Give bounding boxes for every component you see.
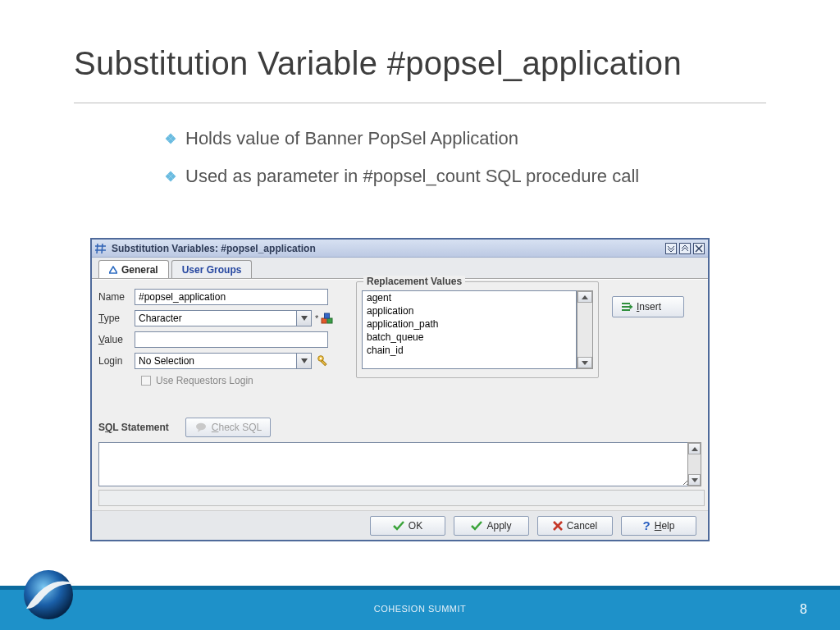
svg-rect-18	[325, 313, 330, 318]
logo-icon	[18, 564, 79, 625]
bullet-text: Used as parameter in #popsel_count SQL p…	[185, 166, 639, 187]
svg-rect-22	[321, 360, 326, 366]
login-label: Login	[92, 355, 135, 367]
replacement-values-list[interactable]: agent application application_path batch…	[362, 290, 577, 369]
tab-user-groups[interactable]: User Groups	[171, 260, 253, 278]
apply-label: Apply	[486, 520, 511, 532]
use-requestors-login-checkbox[interactable]: Use Requestors Login	[141, 375, 346, 386]
value-field[interactable]	[135, 331, 328, 348]
svg-marker-14	[109, 267, 117, 273]
chevron-down-icon[interactable]	[296, 311, 311, 326]
substitution-variables-dialog: Substitution Variables: #popsel_applicat…	[90, 238, 710, 541]
svg-rect-16	[322, 318, 326, 323]
close-icon[interactable]	[693, 243, 705, 254]
svg-rect-25	[622, 303, 630, 304]
replacement-values-group: Replacement Values agent application app…	[356, 281, 599, 378]
svg-marker-15	[301, 316, 308, 321]
check-sql-button[interactable]: Check SQL	[185, 418, 271, 437]
scrollbar[interactable]	[687, 442, 701, 486]
type-combo-value: Character	[135, 313, 296, 324]
svg-rect-27	[622, 309, 630, 311]
restore-small-icon[interactable]	[665, 243, 677, 254]
check-icon	[393, 521, 404, 531]
type-combo[interactable]: Character	[135, 310, 312, 326]
svg-point-36	[24, 570, 73, 619]
list-item: Holds value of Banner PopSel Application	[164, 128, 840, 149]
help-button[interactable]: ? Help	[621, 516, 696, 536]
use-requestors-login-label: Use Requestors Login	[156, 375, 253, 386]
general-panel: Name Type Character *	[92, 279, 708, 510]
speech-bubble-icon	[194, 421, 208, 434]
svg-rect-29	[630, 305, 632, 309]
insert-button[interactable]: Insert	[612, 296, 684, 317]
required-star: *	[315, 313, 318, 323]
check-sql-label: Check SQL	[212, 422, 262, 433]
checkbox-icon	[141, 376, 151, 386]
svg-marker-19	[301, 358, 308, 363]
chevron-down-icon[interactable]	[296, 354, 311, 368]
hash-icon	[95, 243, 107, 254]
name-label: Name	[92, 291, 135, 303]
triangle-icon	[109, 266, 117, 274]
svg-marker-24	[582, 361, 588, 365]
ok-label: OK	[409, 520, 422, 532]
svg-marker-32	[692, 447, 698, 451]
login-combo-value: No Selection	[135, 355, 296, 367]
tab-general[interactable]: General	[98, 260, 169, 278]
scroll-up-icon[interactable]	[688, 443, 701, 454]
scrollbar[interactable]	[577, 290, 593, 369]
svg-point-30	[196, 423, 206, 430]
svg-line-9	[102, 244, 103, 253]
scroll-down-icon[interactable]	[688, 474, 701, 486]
check-icon	[471, 521, 482, 531]
question-icon: ?	[643, 518, 651, 532]
diamond-icon	[164, 170, 177, 183]
insert-button-label: Insert	[637, 301, 661, 313]
svg-marker-23	[582, 295, 588, 299]
type-label: Type	[92, 313, 135, 324]
title-divider	[74, 103, 766, 103]
scroll-up-icon[interactable]	[578, 291, 592, 303]
tab-user-groups-label: User Groups	[182, 264, 242, 276]
sql-statement-label: SQL Statement	[98, 422, 169, 433]
replacement-values-label: Replacement Values	[363, 276, 465, 287]
list-item[interactable]: application	[363, 304, 576, 317]
cancel-label: Cancel	[567, 520, 597, 532]
svg-point-21	[320, 358, 322, 359]
bullet-list: Holds value of Banner PopSel Application…	[164, 128, 840, 187]
slide-footer: COHESION SUMMIT 8	[0, 586, 840, 630]
diamond-icon	[164, 132, 177, 145]
dialog-button-bar: OK Apply Cancel ? Help	[92, 510, 708, 540]
dialog-titlebar[interactable]: Substitution Variables: #popsel_applicat…	[92, 240, 708, 258]
x-icon	[553, 521, 563, 531]
dialog-title: Substitution Variables: #popsel_applicat…	[112, 243, 663, 254]
slide-title: Substitution Variable #popsel_applicatio…	[0, 0, 840, 82]
ok-button[interactable]: OK	[370, 516, 445, 536]
apply-button[interactable]: Apply	[454, 516, 529, 536]
list-item[interactable]: application_path	[363, 317, 576, 331]
status-bar	[98, 490, 705, 506]
svg-rect-17	[327, 318, 332, 323]
list-item: Used as parameter in #popsel_count SQL p…	[164, 166, 840, 187]
cancel-button[interactable]: Cancel	[537, 516, 613, 536]
page-number: 8	[800, 602, 807, 617]
name-field[interactable]	[135, 289, 328, 305]
sql-statement-textarea[interactable]	[98, 442, 691, 486]
list-item[interactable]: chain_id	[363, 344, 576, 357]
maximize-icon[interactable]	[679, 243, 691, 254]
svg-marker-33	[692, 478, 698, 482]
list-item[interactable]: agent	[363, 291, 576, 304]
tab-general-label: General	[121, 264, 158, 276]
help-label: Help	[655, 520, 675, 532]
value-label: Value	[92, 334, 135, 345]
scroll-down-icon[interactable]	[578, 357, 592, 368]
cubes-icon[interactable]	[321, 312, 334, 325]
insert-icon	[621, 301, 632, 313]
login-combo[interactable]: No Selection	[135, 353, 312, 369]
footer-text: COHESION SUMMIT	[374, 604, 467, 614]
list-item[interactable]: batch_queue	[363, 331, 576, 344]
svg-line-8	[97, 244, 98, 253]
bullet-text: Holds value of Banner PopSel Application	[185, 128, 518, 149]
key-icon[interactable]	[317, 354, 330, 368]
